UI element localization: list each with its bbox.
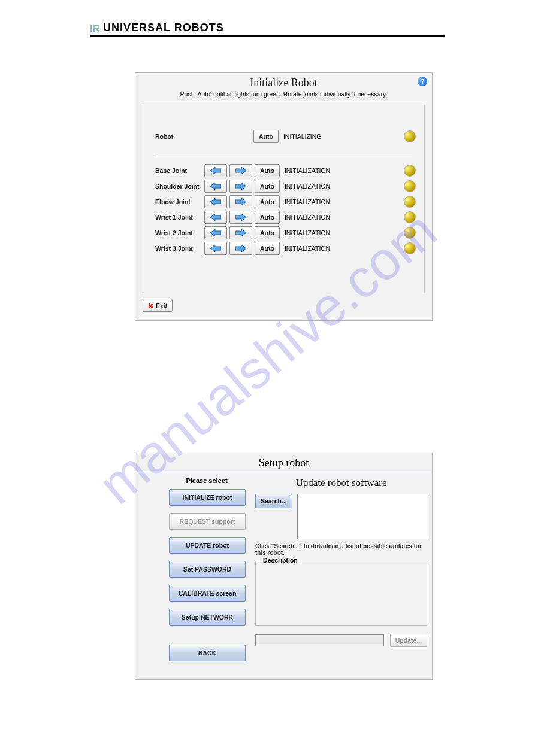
calibrate-screen-button[interactable]: CALIBRATE screen: [169, 585, 246, 602]
joint-auto-button[interactable]: Auto: [255, 180, 280, 193]
arrow-left-button[interactable]: [204, 211, 227, 224]
description-label: Description: [261, 557, 300, 564]
robot-label: Robot: [155, 133, 251, 140]
search-hint: Click "Search..." to download a list of …: [255, 543, 427, 556]
joint-led-icon: [404, 242, 416, 254]
arrow-left-button[interactable]: [204, 226, 227, 239]
svg-marker-1: [235, 167, 246, 174]
divider: [155, 156, 412, 156]
joint-led-icon: [404, 165, 416, 177]
joint-auto-button[interactable]: Auto: [255, 242, 280, 255]
arrow-left-button[interactable]: [204, 180, 227, 193]
help-icon[interactable]: ?: [418, 77, 427, 86]
brand: IR UNIVERSAL ROBOTS: [90, 22, 445, 34]
joint-row: Wrist 2 Joint Auto INITIALIZATION: [155, 226, 412, 240]
request-support-button: REQUEST support: [169, 513, 246, 530]
exit-button[interactable]: ✖ Exit: [143, 300, 173, 312]
svg-marker-11: [235, 245, 246, 252]
joint-status: INITIALIZATION: [285, 167, 330, 174]
robot-row: Robot Auto INITIALIZING: [155, 129, 412, 144]
close-icon: ✖: [148, 302, 153, 309]
joint-label: Wrist 3 Joint: [155, 245, 202, 252]
description-box: Description: [255, 561, 427, 626]
svg-marker-4: [210, 198, 221, 205]
brand-logo-icon: IR: [90, 23, 99, 34]
joint-led-icon: [404, 180, 416, 192]
panel-body: Robot Auto INITIALIZING Base Joint Auto …: [143, 105, 425, 293]
joint-status: INITIALIZATION: [285, 214, 330, 221]
update-button: Update...: [390, 634, 427, 647]
joint-label: Wrist 1 Joint: [155, 214, 202, 221]
joint-led-icon: [404, 196, 416, 208]
joint-auto-button[interactable]: Auto: [255, 211, 280, 224]
joint-auto-button[interactable]: Auto: [255, 164, 280, 177]
joint-label: Elbow Joint: [155, 198, 202, 205]
joint-auto-button[interactable]: Auto: [255, 226, 280, 239]
joint-row: Elbow Joint Auto INITIALIZATION: [155, 195, 412, 209]
robot-status: INITIALIZING: [283, 133, 322, 140]
svg-marker-7: [235, 214, 246, 221]
panel-title: Initialize Robot: [135, 73, 432, 90]
arrow-left-button[interactable]: [204, 164, 227, 177]
joint-auto-button[interactable]: Auto: [255, 195, 280, 208]
setup-network-button[interactable]: Setup NETWORK: [169, 609, 246, 626]
svg-marker-6: [210, 214, 221, 221]
initialize-robot-button[interactable]: INITIALIZE robot: [169, 489, 246, 506]
panel-subtitle: Push 'Auto' until all lights turn green.…: [135, 90, 432, 101]
joint-status: INITIALIZATION: [285, 198, 330, 205]
svg-marker-9: [235, 229, 246, 236]
update-robot-button[interactable]: UPDATE robot: [169, 537, 246, 554]
svg-marker-5: [235, 198, 246, 205]
robot-led-icon: [404, 130, 416, 142]
joint-led-icon: [404, 211, 416, 223]
joint-status: INITIALIZATION: [285, 229, 330, 236]
arrow-left-button[interactable]: [204, 195, 227, 208]
arrow-right-button[interactable]: [229, 195, 252, 208]
svg-marker-2: [210, 183, 221, 190]
page-header: IR UNIVERSAL ROBOTS: [90, 22, 445, 37]
svg-marker-0: [210, 167, 221, 174]
setup-right-column: Update robot software Search... Click "S…: [255, 477, 427, 669]
svg-marker-3: [235, 183, 246, 190]
joint-row: Base Joint Auto INITIALIZATION: [155, 163, 412, 178]
update-path-input[interactable]: [255, 634, 384, 646]
back-button[interactable]: BACK: [169, 645, 246, 661]
arrow-right-button[interactable]: [229, 211, 252, 224]
joint-led-icon: [404, 227, 416, 239]
svg-marker-8: [210, 229, 221, 236]
arrow-right-button[interactable]: [229, 164, 252, 177]
brand-title: UNIVERSAL ROBOTS: [103, 22, 224, 34]
set-password-button[interactable]: Set PASSWORD: [169, 561, 246, 578]
joint-status: INITIALIZATION: [285, 183, 330, 190]
updates-list-box[interactable]: [297, 494, 427, 539]
joint-label: Base Joint: [155, 167, 202, 174]
search-button[interactable]: Search...: [255, 494, 292, 508]
setup-robot-panel: Setup robot Please select INITIALIZE rob…: [135, 453, 433, 680]
arrow-right-button[interactable]: [229, 226, 252, 239]
svg-marker-10: [210, 245, 221, 252]
joint-row: Shoulder Joint Auto INITIALIZATION: [155, 179, 412, 193]
arrow-right-button[interactable]: [229, 180, 252, 193]
setup-title: Setup robot: [135, 453, 432, 473]
exit-label: Exit: [156, 302, 167, 309]
joint-label: Shoulder Joint: [155, 183, 202, 190]
setup-left-column: Please select INITIALIZE robot REQUEST s…: [169, 477, 244, 669]
arrow-left-button[interactable]: [204, 242, 227, 255]
robot-auto-button[interactable]: Auto: [253, 130, 279, 143]
joint-row: Wrist 3 Joint Auto INITIALIZATION: [155, 241, 412, 256]
joint-label: Wrist 2 Joint: [155, 229, 202, 236]
joint-status: INITIALIZATION: [285, 245, 330, 252]
joint-row: Wrist 1 Joint Auto INITIALIZATION: [155, 210, 412, 224]
please-select-label: Please select: [169, 477, 244, 484]
initialize-robot-panel: ? Initialize Robot Push 'Auto' until all…: [135, 72, 433, 321]
update-software-title: Update robot software: [255, 477, 427, 494]
arrow-right-button[interactable]: [229, 242, 252, 255]
